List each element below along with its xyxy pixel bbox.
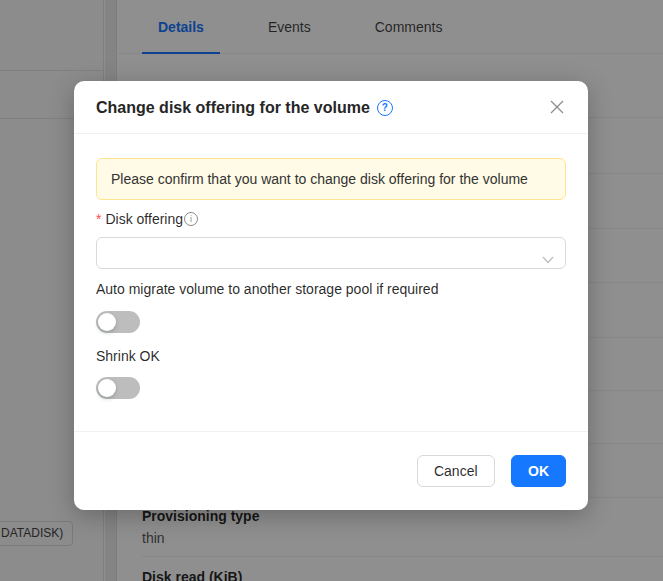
auto-migrate-toggle[interactable] [96,311,140,333]
disk-offering-label-row: * Disk offering i [96,209,566,229]
dialog-header: Change disk offering for the volume ? [74,81,588,134]
toggle-knob [98,379,116,397]
close-icon[interactable] [546,96,568,118]
change-disk-offering-dialog: Change disk offering for the volume ? Pl… [74,81,588,510]
dialog-title: Change disk offering for the volume ? [96,97,393,119]
auto-migrate-label: Auto migrate volume to another storage p… [96,279,566,299]
chevron-down-icon [542,250,554,268]
question-circle-icon[interactable]: ? [377,100,393,116]
shrink-ok-label: Shrink OK [96,346,566,366]
dialog-footer: Cancel OK [74,431,588,510]
ok-button[interactable]: OK [511,455,566,487]
disk-offering-select[interactable] [96,237,566,269]
toggle-knob [98,313,116,331]
dialog-body: Please confirm that you want to change d… [74,134,588,399]
cancel-button[interactable]: Cancel [417,455,495,487]
required-asterisk: * [96,211,101,227]
dialog-title-text: Change disk offering for the volume [96,97,370,119]
page: DATADISK) Details Events Comments Provis… [0,0,663,581]
confirm-alert: Please confirm that you want to change d… [96,158,566,200]
info-circle-icon[interactable]: i [184,212,198,226]
shrink-ok-toggle[interactable] [96,377,140,399]
disk-offering-label: Disk offering [105,211,183,227]
